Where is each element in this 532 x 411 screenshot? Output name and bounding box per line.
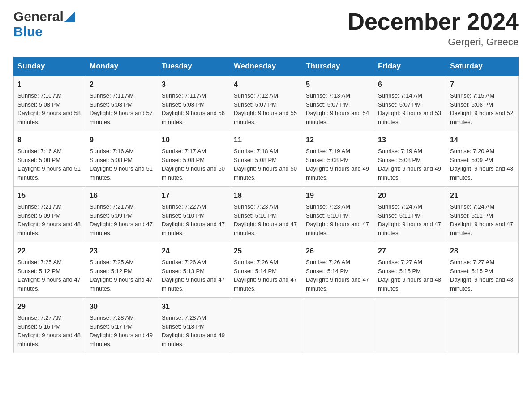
day-info: Sunrise: 7:11 AMSunset: 5:08 PMDaylight:… xyxy=(90,92,153,125)
day-number: 24 xyxy=(162,246,226,257)
calendar-cell: 27 Sunrise: 7:27 AMSunset: 5:15 PMDaylig… xyxy=(374,242,446,298)
weekday-header-wednesday: Wednesday xyxy=(230,57,302,76)
day-number: 23 xyxy=(90,246,154,257)
title-section: December 2024 Gergeri, Greece xyxy=(348,9,519,48)
day-number: 27 xyxy=(378,246,442,257)
day-info: Sunrise: 7:24 AMSunset: 5:11 PMDaylight:… xyxy=(378,203,441,236)
day-info: Sunrise: 7:19 AMSunset: 5:08 PMDaylight:… xyxy=(378,148,441,181)
logo-general-text: General xyxy=(13,9,64,24)
calendar-cell: 19 Sunrise: 7:23 AMSunset: 5:10 PMDaylig… xyxy=(302,187,374,242)
calendar-cell: 14 Sunrise: 7:20 AMSunset: 5:09 PMDaylig… xyxy=(446,131,519,187)
calendar-cell: 6 Sunrise: 7:14 AMSunset: 5:07 PMDayligh… xyxy=(374,76,446,131)
day-info: Sunrise: 7:27 AMSunset: 5:15 PMDaylight:… xyxy=(450,259,513,292)
calendar-cell: 9 Sunrise: 7:16 AMSunset: 5:08 PMDayligh… xyxy=(86,131,158,187)
day-number: 9 xyxy=(90,135,154,146)
day-info: Sunrise: 7:20 AMSunset: 5:09 PMDaylight:… xyxy=(450,148,513,181)
calendar-cell: 1 Sunrise: 7:10 AMSunset: 5:08 PMDayligh… xyxy=(14,76,86,131)
day-number: 31 xyxy=(162,301,226,312)
day-number: 21 xyxy=(450,190,515,201)
calendar-cell: 13 Sunrise: 7:19 AMSunset: 5:08 PMDaylig… xyxy=(374,131,446,187)
calendar-cell: 7 Sunrise: 7:15 AMSunset: 5:08 PMDayligh… xyxy=(446,76,519,131)
weekday-header-thursday: Thursday xyxy=(302,57,374,76)
page-header: General Blue December 2024 Gergeri, Gree… xyxy=(13,9,519,48)
weekday-header-monday: Monday xyxy=(86,57,158,76)
day-info: Sunrise: 7:10 AMSunset: 5:08 PMDaylight:… xyxy=(17,92,81,125)
calendar-cell: 3 Sunrise: 7:11 AMSunset: 5:08 PMDayligh… xyxy=(158,76,230,131)
day-number: 14 xyxy=(450,135,515,146)
day-info: Sunrise: 7:28 AMSunset: 5:18 PMDaylight:… xyxy=(162,314,225,347)
logo-arrow-icon xyxy=(64,11,75,22)
day-number: 2 xyxy=(90,79,154,90)
day-number: 3 xyxy=(162,79,226,90)
day-number: 1 xyxy=(17,79,82,90)
day-number: 5 xyxy=(306,79,370,90)
day-number: 4 xyxy=(234,79,298,90)
weekday-header-tuesday: Tuesday xyxy=(158,57,230,76)
day-number: 30 xyxy=(90,301,154,312)
calendar-cell: 26 Sunrise: 7:26 AMSunset: 5:14 PMDaylig… xyxy=(302,242,374,298)
day-number: 11 xyxy=(234,135,298,146)
calendar-cell: 5 Sunrise: 7:13 AMSunset: 5:07 PMDayligh… xyxy=(302,76,374,131)
day-number: 28 xyxy=(450,246,515,257)
calendar-cell: 25 Sunrise: 7:26 AMSunset: 5:14 PMDaylig… xyxy=(230,242,302,298)
day-number: 16 xyxy=(90,190,154,201)
day-number: 7 xyxy=(450,79,515,90)
day-number: 29 xyxy=(17,301,82,312)
day-info: Sunrise: 7:16 AMSunset: 5:08 PMDaylight:… xyxy=(17,148,81,181)
day-info: Sunrise: 7:26 AMSunset: 5:14 PMDaylight:… xyxy=(234,259,297,292)
day-number: 18 xyxy=(234,190,298,201)
month-title: December 2024 xyxy=(348,9,519,34)
calendar-cell: 10 Sunrise: 7:17 AMSunset: 5:08 PMDaylig… xyxy=(158,131,230,187)
calendar-cell xyxy=(374,298,446,353)
calendar-table: SundayMondayTuesdayWednesdayThursdayFrid… xyxy=(13,57,519,353)
day-info: Sunrise: 7:23 AMSunset: 5:10 PMDaylight:… xyxy=(306,203,369,236)
week-row-4: 22 Sunrise: 7:25 AMSunset: 5:12 PMDaylig… xyxy=(14,242,519,298)
weekday-header-friday: Friday xyxy=(374,57,446,76)
day-number: 12 xyxy=(306,135,370,146)
day-info: Sunrise: 7:21 AMSunset: 5:09 PMDaylight:… xyxy=(90,203,153,236)
week-row-1: 1 Sunrise: 7:10 AMSunset: 5:08 PMDayligh… xyxy=(14,76,519,131)
logo: General Blue xyxy=(13,9,75,39)
calendar-cell: 23 Sunrise: 7:25 AMSunset: 5:12 PMDaylig… xyxy=(86,242,158,298)
day-info: Sunrise: 7:12 AMSunset: 5:07 PMDaylight:… xyxy=(234,92,297,125)
day-info: Sunrise: 7:17 AMSunset: 5:08 PMDaylight:… xyxy=(162,148,225,181)
calendar-cell: 2 Sunrise: 7:11 AMSunset: 5:08 PMDayligh… xyxy=(86,76,158,131)
calendar-cell: 28 Sunrise: 7:27 AMSunset: 5:15 PMDaylig… xyxy=(446,242,519,298)
day-info: Sunrise: 7:13 AMSunset: 5:07 PMDaylight:… xyxy=(306,92,369,125)
calendar-cell xyxy=(446,298,519,353)
calendar-cell: 20 Sunrise: 7:24 AMSunset: 5:11 PMDaylig… xyxy=(374,187,446,242)
day-number: 17 xyxy=(162,190,226,201)
day-number: 20 xyxy=(378,190,442,201)
day-info: Sunrise: 7:27 AMSunset: 5:15 PMDaylight:… xyxy=(378,259,441,292)
calendar-cell: 29 Sunrise: 7:27 AMSunset: 5:16 PMDaylig… xyxy=(14,298,86,353)
calendar-cell: 24 Sunrise: 7:26 AMSunset: 5:13 PMDaylig… xyxy=(158,242,230,298)
day-info: Sunrise: 7:25 AMSunset: 5:12 PMDaylight:… xyxy=(17,259,81,292)
day-info: Sunrise: 7:26 AMSunset: 5:13 PMDaylight:… xyxy=(162,259,225,292)
week-row-5: 29 Sunrise: 7:27 AMSunset: 5:16 PMDaylig… xyxy=(14,298,519,353)
calendar-cell: 30 Sunrise: 7:28 AMSunset: 5:17 PMDaylig… xyxy=(86,298,158,353)
calendar-cell: 11 Sunrise: 7:18 AMSunset: 5:08 PMDaylig… xyxy=(230,131,302,187)
calendar-cell xyxy=(230,298,302,353)
day-info: Sunrise: 7:14 AMSunset: 5:07 PMDaylight:… xyxy=(378,92,441,125)
calendar-cell: 18 Sunrise: 7:23 AMSunset: 5:10 PMDaylig… xyxy=(230,187,302,242)
day-info: Sunrise: 7:18 AMSunset: 5:08 PMDaylight:… xyxy=(234,148,297,181)
calendar-cell: 16 Sunrise: 7:21 AMSunset: 5:09 PMDaylig… xyxy=(86,187,158,242)
day-info: Sunrise: 7:15 AMSunset: 5:08 PMDaylight:… xyxy=(450,92,513,125)
day-number: 22 xyxy=(17,246,82,257)
day-number: 13 xyxy=(378,135,442,146)
calendar-cell: 21 Sunrise: 7:24 AMSunset: 5:11 PMDaylig… xyxy=(446,187,519,242)
calendar-cell: 17 Sunrise: 7:22 AMSunset: 5:10 PMDaylig… xyxy=(158,187,230,242)
logo-blue-text: Blue xyxy=(13,24,43,39)
day-number: 19 xyxy=(306,190,370,201)
day-info: Sunrise: 7:16 AMSunset: 5:08 PMDaylight:… xyxy=(90,148,153,181)
location: Gergeri, Greece xyxy=(348,36,519,48)
weekday-header-saturday: Saturday xyxy=(446,57,519,76)
calendar-cell xyxy=(302,298,374,353)
calendar-cell: 22 Sunrise: 7:25 AMSunset: 5:12 PMDaylig… xyxy=(14,242,86,298)
day-info: Sunrise: 7:11 AMSunset: 5:08 PMDaylight:… xyxy=(162,92,225,125)
day-number: 10 xyxy=(162,135,226,146)
day-info: Sunrise: 7:21 AMSunset: 5:09 PMDaylight:… xyxy=(17,203,81,236)
calendar-cell: 12 Sunrise: 7:19 AMSunset: 5:08 PMDaylig… xyxy=(302,131,374,187)
day-info: Sunrise: 7:22 AMSunset: 5:10 PMDaylight:… xyxy=(162,203,225,236)
day-info: Sunrise: 7:24 AMSunset: 5:11 PMDaylight:… xyxy=(450,203,513,236)
